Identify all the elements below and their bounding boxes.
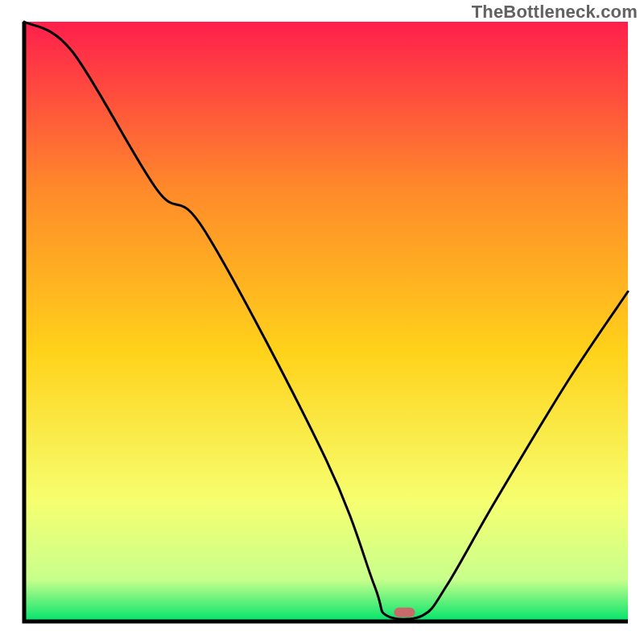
watermark-text: TheBottleneck.com [472,2,638,23]
optimal-point-marker [394,608,415,617]
gradient-background [24,22,628,621]
chart-container: TheBottleneck.com [0,0,644,644]
bottleneck-chart [0,0,644,644]
plot-area [24,22,628,621]
